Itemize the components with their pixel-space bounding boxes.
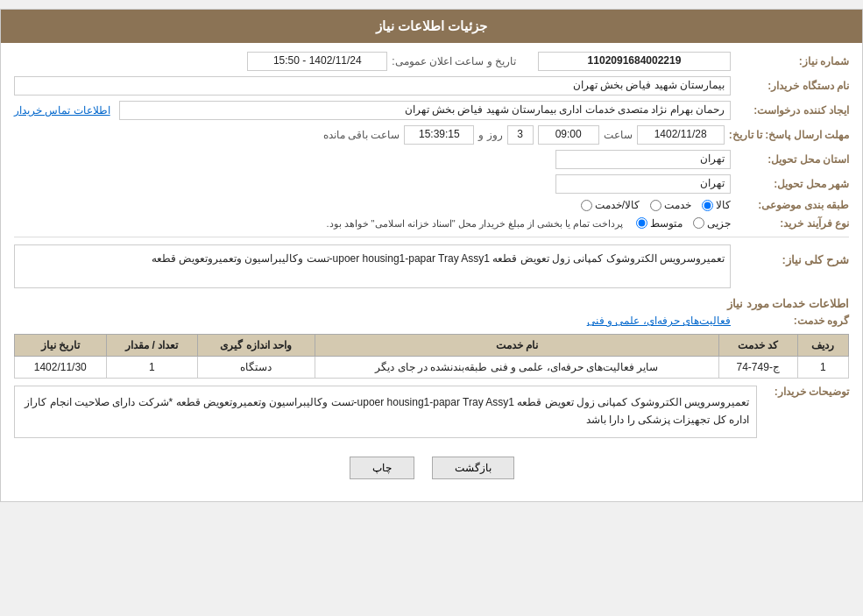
process-option-jozi[interactable]: جزیی bbox=[693, 217, 731, 230]
creator-link[interactable]: اطلاعات تماس خریدار bbox=[14, 104, 110, 117]
process-option-motavaset-label: متوسط bbox=[650, 217, 683, 230]
creator-label: ایجاد کننده درخواست: bbox=[735, 104, 849, 117]
table-row: 1 ج-749-74 سایر فعالیت‌های حرفه‌ای، علمی… bbox=[15, 357, 849, 379]
announce-label: تاریخ و ساعت اعلان عمومی: bbox=[392, 55, 516, 67]
buyer-label: نام دستگاه خریدار: bbox=[735, 80, 849, 92]
need-desc-value: تعمیروسرویس الکتروشوک کمپانی زول تعویض ق… bbox=[14, 244, 731, 288]
service-group-label: گروه خدمت: bbox=[735, 315, 849, 327]
response-remaining: 15:39:15 bbox=[404, 125, 474, 145]
need-number-label: شماره نیاز: bbox=[735, 55, 849, 67]
category-radio-khedmat[interactable] bbox=[650, 200, 661, 211]
city-value: تهران bbox=[555, 174, 731, 194]
button-row: بازگشت چاپ bbox=[14, 457, 849, 479]
process-radio-motavaset[interactable] bbox=[636, 217, 647, 229]
service-group-row: گروه خدمت: فعالیت‌های حرفه‌ای، علمی و فن… bbox=[14, 315, 849, 327]
province-label: استان محل تحویل: bbox=[735, 153, 849, 166]
category-label: طبقه بندی موضوعی: bbox=[735, 199, 849, 211]
response-label: مهلت ارسال پاسخ: تا تاریخ: bbox=[729, 129, 849, 141]
page-header: جزئیات اطلاعات نیاز bbox=[1, 10, 862, 43]
announce-value: 1402/11/24 - 15:50 bbox=[247, 52, 387, 71]
col-unit: واحد اندازه گیری bbox=[197, 335, 315, 357]
print-button[interactable]: چاپ bbox=[350, 457, 414, 479]
category-option-kala-khedmat-label: کالا/خدمت bbox=[595, 199, 640, 211]
process-label: نوع فرآیند خرید: bbox=[735, 217, 849, 230]
service-info-title: اطلاعات خدمات مورد نیاز bbox=[14, 297, 849, 310]
category-option-kala[interactable]: کالا bbox=[702, 199, 731, 211]
need-desc-label: شرح کلی نیاز: bbox=[735, 253, 849, 266]
cell-qty: 1 bbox=[106, 357, 197, 379]
table-header-row: ردیف کد خدمت نام خدمت واحد اندازه گیری ت… bbox=[15, 335, 849, 357]
response-row: مهلت ارسال پاسخ: تا تاریخ: 1402/11/28 سا… bbox=[14, 125, 849, 145]
process-radio-group: متوسط جزیی bbox=[636, 217, 731, 230]
services-table: ردیف کد خدمت نام خدمت واحد اندازه گیری ت… bbox=[14, 334, 849, 379]
response-days-label: روز و bbox=[478, 129, 502, 141]
col-qty: تعداد / مقدار bbox=[106, 335, 197, 357]
cell-row-num: 1 bbox=[797, 357, 848, 379]
response-time-label: ساعت bbox=[604, 129, 633, 141]
creator-value: رحمان بهرام نژاد متصدی خدمات اداری بیمار… bbox=[119, 101, 731, 120]
city-row: شهر محل تحویل: تهران bbox=[14, 174, 849, 194]
divider1 bbox=[14, 237, 849, 237]
creator-row: ایجاد کننده درخواست: رحمان بهرام نژاد مت… bbox=[14, 101, 849, 120]
buyer-value: بیمارستان شهید فیاض بخش تهران bbox=[14, 76, 731, 96]
buyer-desc-value: تعمیروسرویس الکتروشوک کمپانی زول تعویض ق… bbox=[14, 386, 757, 438]
category-radio-group: کالا/خدمت خدمت کالا bbox=[581, 199, 731, 211]
process-note: پرداخت تمام یا بخشی از مبلغ خریدار محل "… bbox=[14, 218, 623, 230]
city-label: شهر محل تحویل: bbox=[735, 178, 849, 190]
province-value: تهران bbox=[555, 150, 731, 169]
back-button[interactable]: بازگشت bbox=[432, 457, 514, 479]
page-title: جزئیات اطلاعات نیاز bbox=[376, 18, 487, 33]
process-option-jozi-label: جزیی bbox=[707, 217, 731, 230]
buyer-row: نام دستگاه خریدار: بیمارستان شهید فیاض ب… bbox=[14, 76, 849, 96]
cell-service-name: سایر فعالیت‌های حرفه‌ای، علمی و فنی طبقه… bbox=[315, 357, 718, 379]
cell-unit: دستگاه bbox=[197, 357, 315, 379]
service-group-value[interactable]: فعالیت‌های حرفه‌ای، علمی و فنی bbox=[587, 315, 731, 327]
buyer-desc-label: توضیحات خریدار: bbox=[761, 386, 849, 398]
category-option-kala-khedmat[interactable]: کالا/خدمت bbox=[581, 199, 640, 211]
response-time: 09:00 bbox=[538, 125, 599, 145]
category-radio-kala-khedmat[interactable] bbox=[581, 200, 592, 211]
need-number-row: شماره نیاز: 1102091684002219 تاریخ و ساع… bbox=[14, 52, 849, 71]
col-date: تاریخ نیاز bbox=[15, 335, 107, 357]
province-row: استان محل تحویل: تهران bbox=[14, 150, 849, 169]
need-desc-row: شرح کلی نیاز: تعمیروسرویس الکتروشوک کمپا… bbox=[14, 244, 849, 288]
category-radio-kala[interactable] bbox=[702, 200, 713, 211]
category-row: طبقه بندی موضوعی: کالا/خدمت خدمت کالا bbox=[14, 199, 849, 211]
col-service-code: کد خدمت bbox=[718, 335, 797, 357]
category-option-khedmat-label: خدمت bbox=[664, 199, 691, 211]
process-radio-jozi[interactable] bbox=[693, 217, 704, 229]
col-row-num: ردیف bbox=[797, 335, 848, 357]
category-option-kala-label: کالا bbox=[716, 199, 731, 211]
buyer-desc-section: توضیحات خریدار: تعمیروسرویس الکتروشوک کم… bbox=[14, 386, 849, 443]
need-number-value: 1102091684002219 bbox=[538, 52, 731, 71]
col-service-name: نام خدمت bbox=[315, 335, 718, 357]
cell-service-code: ج-749-74 bbox=[718, 357, 797, 379]
process-option-motavaset[interactable]: متوسط bbox=[636, 217, 683, 230]
process-row: نوع فرآیند خرید: متوسط جزیی پرداخت تمام … bbox=[14, 216, 849, 230]
category-option-khedmat[interactable]: خدمت bbox=[650, 199, 691, 211]
response-days: 3 bbox=[507, 125, 534, 145]
response-remaining-label: ساعت باقی مانده bbox=[323, 129, 400, 141]
response-date: 1402/11/28 bbox=[637, 125, 725, 145]
cell-date: 1402/11/30 bbox=[15, 357, 107, 379]
